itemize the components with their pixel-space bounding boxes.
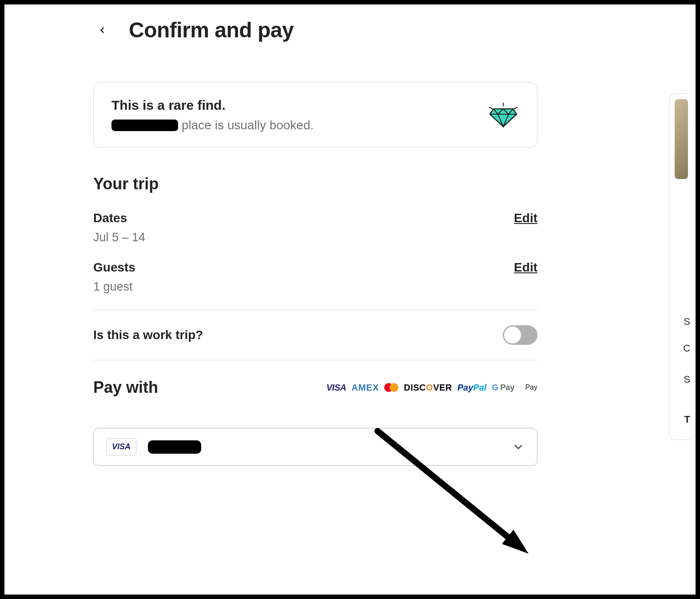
dates-label: Dates xyxy=(93,211,145,225)
edit-guests-button[interactable]: Edit xyxy=(514,260,537,275)
sliver-text: S xyxy=(684,374,690,385)
payment-method-dropdown[interactable]: VISA xyxy=(93,428,537,466)
sliver-text: T xyxy=(684,414,690,425)
rare-find-subtitle: place is usually booked. xyxy=(111,118,314,132)
sliver-text: C xyxy=(683,343,690,354)
googlepay-icon: G Pay xyxy=(492,383,514,392)
work-trip-row: Is this a work trip? xyxy=(93,325,537,345)
guests-block: Guests 1 guest xyxy=(93,260,135,294)
listing-summary-card-sliver: S C S T xyxy=(669,93,691,440)
sliver-text: S xyxy=(684,316,690,327)
chevron-down-icon xyxy=(512,441,525,453)
svg-line-0 xyxy=(489,107,493,109)
guests-value: 1 guest xyxy=(93,280,135,294)
amex-icon: AMEX xyxy=(351,383,379,393)
rare-find-title: This is a rare find. xyxy=(111,98,314,113)
visa-icon: VISA xyxy=(326,383,346,393)
toggle-knob xyxy=(504,327,521,343)
your-trip-heading: Your trip xyxy=(93,175,537,193)
divider xyxy=(93,360,537,360)
page-title: Confirm and pay xyxy=(129,18,294,42)
work-trip-label: Is this a work trip? xyxy=(93,328,203,342)
page-frame: Confirm and pay This is a rare find. pla… xyxy=(0,0,700,599)
payment-method-left: VISA xyxy=(106,438,201,455)
dates-row: Dates Jul 5 – 14 Edit xyxy=(93,211,537,244)
work-trip-toggle[interactable] xyxy=(503,325,537,345)
rare-find-text: This is a rare find. place is usually bo… xyxy=(111,98,314,132)
back-button[interactable] xyxy=(93,21,111,39)
dates-block: Dates Jul 5 – 14 xyxy=(93,211,145,244)
dates-value: Jul 5 – 14 xyxy=(93,231,145,244)
paypal-icon: PayPal xyxy=(457,383,487,393)
pay-with-row: Pay with VISA AMEX DISCOVER PayPal G Pay… xyxy=(93,378,537,397)
svg-line-1 xyxy=(514,107,517,109)
guests-row: Guests 1 guest Edit xyxy=(93,260,537,294)
visa-card-icon: VISA xyxy=(106,438,136,455)
pay-with-heading: Pay with xyxy=(93,378,158,397)
svg-marker-5 xyxy=(502,530,529,554)
edit-dates-button[interactable]: Edit xyxy=(514,211,537,225)
discover-icon: DISCOVER xyxy=(404,383,452,393)
divider xyxy=(93,310,537,310)
redacted-card-number xyxy=(148,440,201,454)
svg-marker-3 xyxy=(490,109,517,127)
rare-find-card: This is a rare find. place is usually bo… xyxy=(93,82,537,148)
rare-find-subtitle-suffix: place is usually booked. xyxy=(182,118,314,132)
main-content: Confirm and pay This is a rare find. pla… xyxy=(4,4,626,466)
chevron-left-icon xyxy=(98,26,107,35)
redacted-host-name xyxy=(111,120,178,131)
mastercard-icon xyxy=(384,383,398,392)
listing-thumbnail xyxy=(675,99,688,179)
diamond-icon xyxy=(487,102,519,128)
payment-logos: VISA AMEX DISCOVER PayPal G Pay Pay xyxy=(326,383,537,393)
header-row: Confirm and pay xyxy=(93,18,537,42)
guests-label: Guests xyxy=(93,260,135,275)
